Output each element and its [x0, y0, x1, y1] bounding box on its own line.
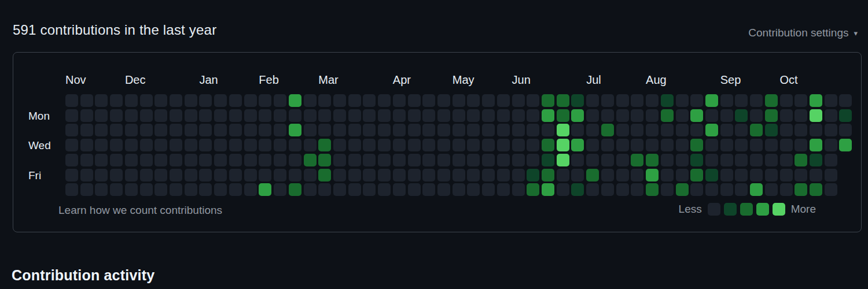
- contribution-cell[interactable]: [244, 124, 257, 136]
- contribution-cell[interactable]: [765, 183, 778, 196]
- contribution-cell[interactable]: [705, 169, 718, 181]
- contribution-cell[interactable]: [825, 183, 837, 196]
- contribution-cell[interactable]: [601, 94, 614, 107]
- contribution-cell[interactable]: [259, 124, 271, 136]
- contribution-cell[interactable]: [170, 139, 182, 151]
- contribution-cell[interactable]: [244, 94, 257, 107]
- contribution-cell[interactable]: [839, 124, 852, 136]
- contribution-cell[interactable]: [571, 94, 584, 107]
- contribution-cell[interactable]: [229, 154, 242, 166]
- contribution-cell[interactable]: [199, 169, 212, 181]
- contribution-cell[interactable]: [140, 109, 153, 122]
- contribution-cell[interactable]: [735, 183, 748, 196]
- contribution-cell[interactable]: [720, 94, 733, 107]
- contribution-cell[interactable]: [646, 94, 659, 107]
- contribution-cell[interactable]: [348, 154, 361, 166]
- contribution-cell[interactable]: [601, 154, 614, 166]
- contribution-cell[interactable]: [318, 94, 331, 107]
- contribution-cell[interactable]: [750, 154, 763, 166]
- contribution-cell[interactable]: [185, 169, 197, 181]
- contribution-cell[interactable]: [765, 154, 778, 166]
- contribution-cell[interactable]: [289, 154, 301, 166]
- contribution-cell[interactable]: [571, 183, 584, 196]
- contribution-cell[interactable]: [437, 169, 450, 181]
- contribution-cell[interactable]: [199, 94, 212, 107]
- contribution-cell[interactable]: [557, 139, 569, 151]
- contribution-cell[interactable]: [825, 109, 837, 122]
- contribution-cell[interactable]: [497, 124, 510, 136]
- contribution-cell[interactable]: [185, 94, 197, 107]
- contribution-cell[interactable]: [393, 124, 406, 136]
- contribution-cell[interactable]: [408, 109, 421, 122]
- contribution-cell[interactable]: [497, 169, 510, 181]
- contribution-cell[interactable]: [259, 94, 271, 107]
- contribution-cell[interactable]: [378, 183, 391, 196]
- contribution-cell[interactable]: [571, 169, 584, 181]
- contribution-cell[interactable]: [229, 139, 242, 151]
- contribution-cell[interactable]: [839, 94, 852, 107]
- contribution-cell[interactable]: [393, 109, 406, 122]
- contribution-cell[interactable]: [140, 94, 153, 107]
- contribution-cell[interactable]: [705, 183, 718, 196]
- contribution-cell[interactable]: [586, 154, 599, 166]
- contribution-cell[interactable]: [557, 154, 569, 166]
- contribution-cell[interactable]: [631, 109, 643, 122]
- contribution-cell[interactable]: [542, 169, 554, 181]
- contribution-cell[interactable]: [512, 139, 525, 151]
- contribution-cell[interactable]: [95, 169, 108, 181]
- contribution-cell[interactable]: [467, 169, 480, 181]
- contribution-cell[interactable]: [631, 94, 643, 107]
- contribution-cell[interactable]: [140, 139, 153, 151]
- contribution-cell[interactable]: [80, 109, 93, 122]
- contribution-cell[interactable]: [170, 169, 182, 181]
- contribution-cell[interactable]: [408, 94, 421, 107]
- contribution-cell[interactable]: [214, 94, 227, 107]
- contribution-cell[interactable]: [155, 109, 167, 122]
- contribution-cell[interactable]: [720, 124, 733, 136]
- contribution-cell[interactable]: [378, 139, 391, 151]
- contribution-cell[interactable]: [214, 183, 227, 196]
- contribution-cell[interactable]: [586, 109, 599, 122]
- contribution-cell[interactable]: [95, 154, 108, 166]
- contribution-cell[interactable]: [705, 109, 718, 122]
- contribution-cell[interactable]: [616, 124, 629, 136]
- contribution-cell[interactable]: [259, 139, 271, 151]
- contribution-cell[interactable]: [735, 124, 748, 136]
- contribution-cell[interactable]: [542, 154, 554, 166]
- contribution-cell[interactable]: [780, 94, 793, 107]
- contribution-cell[interactable]: [437, 109, 450, 122]
- contribution-cell[interactable]: [705, 94, 718, 107]
- contribution-cell[interactable]: [527, 109, 539, 122]
- contribution-cell[interactable]: [229, 124, 242, 136]
- contribution-cell[interactable]: [318, 169, 331, 181]
- contribution-cell[interactable]: [825, 154, 837, 166]
- contribution-cell[interactable]: [825, 124, 837, 136]
- contribution-cell[interactable]: [378, 94, 391, 107]
- contribution-cell[interactable]: [363, 169, 376, 181]
- contribution-cell[interactable]: [616, 139, 629, 151]
- contribution-cell[interactable]: [690, 124, 703, 136]
- contribution-cell[interactable]: [467, 94, 480, 107]
- contribution-cell[interactable]: [333, 169, 346, 181]
- contribution-cell[interactable]: [199, 109, 212, 122]
- contribution-cell[interactable]: [95, 109, 108, 122]
- contribution-cell[interactable]: [289, 183, 301, 196]
- contribution-cell[interactable]: [690, 183, 703, 196]
- contribution-cell[interactable]: [631, 183, 643, 196]
- contribution-cell[interactable]: [274, 94, 286, 107]
- contribution-cell[interactable]: [497, 139, 510, 151]
- contribution-cell[interactable]: [289, 94, 301, 107]
- contribution-cell[interactable]: [408, 139, 421, 151]
- contribution-cell[interactable]: [512, 154, 525, 166]
- contribution-cell[interactable]: [661, 139, 674, 151]
- contribution-cell[interactable]: [80, 183, 93, 196]
- contribution-cell[interactable]: [453, 169, 465, 181]
- contribution-cell[interactable]: [765, 124, 778, 136]
- contribution-cell[interactable]: [512, 109, 525, 122]
- contribution-cell[interactable]: [304, 169, 317, 181]
- contribution-cell[interactable]: [393, 154, 406, 166]
- contribution-cell[interactable]: [422, 124, 435, 136]
- contribution-cell[interactable]: [467, 154, 480, 166]
- contribution-cell[interactable]: [661, 169, 674, 181]
- contribution-cell[interactable]: [125, 183, 138, 196]
